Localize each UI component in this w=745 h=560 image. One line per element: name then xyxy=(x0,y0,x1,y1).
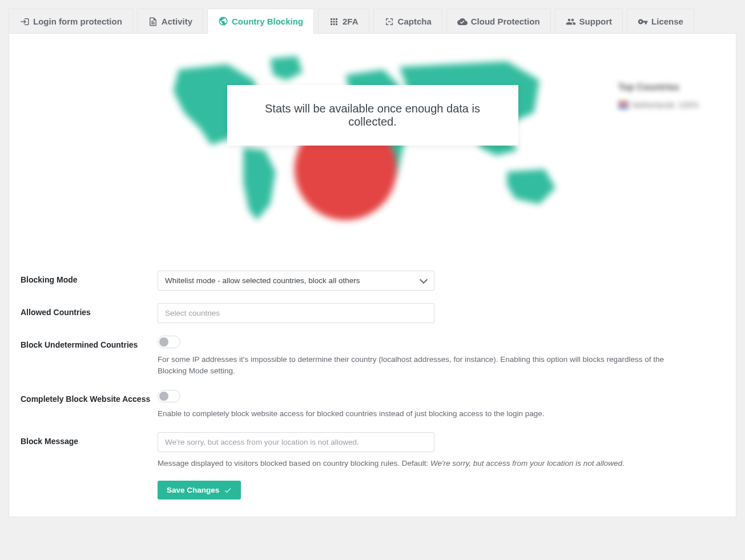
completely-block-label: Completely Block Website Access xyxy=(21,390,158,404)
cloud-check-icon xyxy=(457,17,468,27)
top-country-row: Netherlands 100% xyxy=(618,100,699,110)
toggle-knob xyxy=(159,337,168,347)
top-country-name: Netherlands xyxy=(632,100,675,110)
flag-nl-icon xyxy=(618,102,629,108)
block-undetermined-toggle[interactable] xyxy=(158,336,180,348)
allowed-countries-label: Allowed Countries xyxy=(21,303,158,317)
top-countries-widget: Top Countries Netherlands 100% xyxy=(618,82,699,110)
block-undetermined-help: For some IP addresses it's impossible to… xyxy=(158,354,683,377)
block-message-help: Message displayed to visitors blocked ba… xyxy=(158,458,683,469)
document-icon xyxy=(148,17,158,27)
save-label: Save Changes xyxy=(167,486,219,494)
block-message-label: Block Message xyxy=(21,432,158,446)
tab-label: Login form protection xyxy=(33,17,122,26)
block-undetermined-label: Block Undetermined Countries xyxy=(21,336,158,349)
tab-cloud-protection[interactable]: Cloud Protection xyxy=(446,9,551,34)
tab-country-blocking[interactable]: Country Blocking xyxy=(207,9,314,34)
key-icon xyxy=(638,17,648,27)
toggle-knob xyxy=(159,392,168,401)
tab-2fa[interactable]: 2FA xyxy=(318,9,369,34)
save-changes-button[interactable]: Save Changes xyxy=(158,481,241,499)
blocking-mode-select[interactable]: Whitelist mode - allow selected countrie… xyxy=(158,271,434,291)
blocking-mode-label: Blocking Mode xyxy=(21,271,158,284)
tabs-nav: Login form protection Activity Country B… xyxy=(9,9,736,34)
tab-license[interactable]: License xyxy=(627,9,694,34)
stats-pending-card: Stats will be available once enough data… xyxy=(227,85,518,146)
tab-activity[interactable]: Activity xyxy=(137,9,203,34)
check-icon xyxy=(224,486,232,494)
tab-label: 2FA xyxy=(343,17,359,26)
captcha-icon xyxy=(384,17,394,27)
tab-label: License xyxy=(651,17,683,26)
tab-label: Country Blocking xyxy=(232,17,303,26)
settings-form: Blocking Mode Whitelist mode - allow sel… xyxy=(9,271,736,469)
map-area: Top Countries Netherlands 100% Stats wil… xyxy=(21,48,724,236)
tab-label: Captcha xyxy=(398,17,432,26)
tab-label: Cloud Protection xyxy=(471,17,540,26)
keypad-icon xyxy=(329,17,339,27)
completely-block-help: Enable to completely block website acces… xyxy=(158,408,683,420)
stats-message: Stats will be available once enough data… xyxy=(265,102,480,128)
tab-captcha[interactable]: Captcha xyxy=(373,9,442,34)
globe-icon xyxy=(218,16,228,26)
tab-login-form-protection[interactable]: Login form protection xyxy=(9,9,133,34)
tab-support[interactable]: Support xyxy=(555,9,623,34)
support-icon xyxy=(566,17,576,27)
top-countries-title: Top Countries xyxy=(618,82,699,92)
country-blocking-panel: Top Countries Netherlands 100% Stats wil… xyxy=(9,33,736,517)
login-icon xyxy=(19,17,30,27)
allowed-countries-input[interactable] xyxy=(158,303,434,323)
tab-label: Activity xyxy=(162,17,192,26)
top-country-pct: 100% xyxy=(678,100,699,110)
block-message-input[interactable] xyxy=(158,432,434,452)
blocking-mode-select-wrap: Whitelist mode - allow selected countrie… xyxy=(158,271,434,291)
completely-block-toggle[interactable] xyxy=(158,390,180,402)
tab-label: Support xyxy=(579,17,613,26)
